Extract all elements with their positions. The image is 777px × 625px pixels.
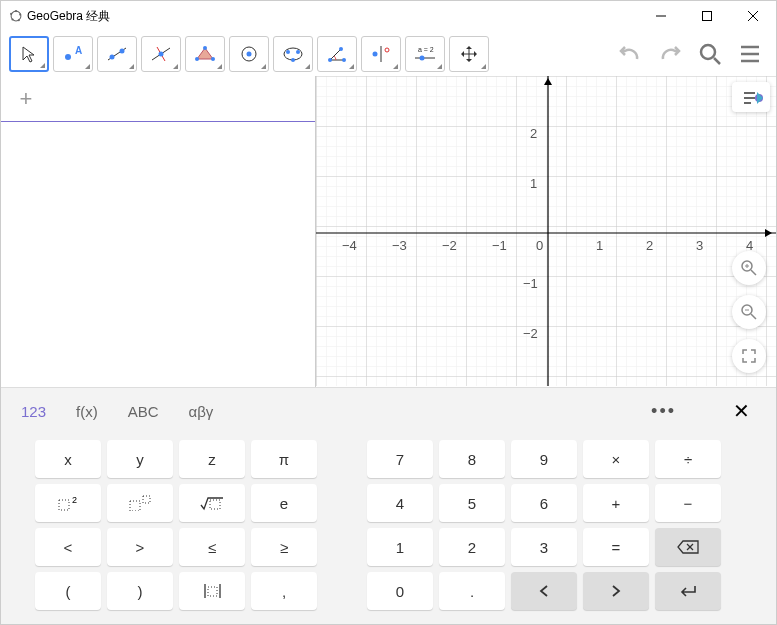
key-le[interactable]: ≤ — [179, 528, 245, 566]
undo-button[interactable] — [612, 36, 648, 72]
svg-point-19 — [211, 57, 215, 61]
key-ge[interactable]: ≥ — [251, 528, 317, 566]
svg-point-31 — [373, 51, 378, 56]
key-plus[interactable]: + — [583, 484, 649, 522]
svg-point-27 — [328, 58, 332, 62]
svg-point-1 — [15, 10, 17, 12]
key-e[interactable]: e — [251, 484, 317, 522]
key-x[interactable]: x — [35, 440, 101, 478]
svg-text:2: 2 — [72, 495, 77, 505]
plus-icon: + — [1, 86, 51, 112]
key-y[interactable]: y — [107, 440, 173, 478]
y-tick: 1 — [530, 176, 537, 191]
key-lt[interactable]: < — [35, 528, 101, 566]
key-3[interactable]: 3 — [511, 528, 577, 566]
x-tick: −4 — [342, 238, 357, 253]
svg-point-38 — [701, 45, 715, 59]
zoom-out-button[interactable] — [732, 295, 766, 329]
algebra-panel: + — [1, 76, 316, 387]
tool-ellipse[interactable] — [273, 36, 313, 72]
key-pow[interactable] — [107, 484, 173, 522]
grid-canvas[interactable] — [316, 76, 776, 386]
svg-point-3 — [18, 19, 20, 21]
maximize-button[interactable] — [684, 1, 730, 31]
zoom-in-button[interactable] — [732, 251, 766, 285]
svg-rect-44 — [316, 76, 776, 386]
key-9[interactable]: 9 — [511, 440, 577, 478]
key-right[interactable] — [583, 572, 649, 610]
key-7[interactable]: 7 — [367, 440, 433, 478]
key-times[interactable]: × — [583, 440, 649, 478]
tool-perpendicular[interactable] — [141, 36, 181, 72]
key-0[interactable]: 0 — [367, 572, 433, 610]
svg-point-26 — [291, 58, 295, 62]
svg-point-18 — [203, 46, 207, 50]
style-bar-button[interactable] — [732, 82, 770, 112]
key-2[interactable]: 2 — [439, 528, 505, 566]
virtual-keyboard: 123 f(x) ABC αβγ ••• ✕ x y z π 7 8 9 × ÷… — [1, 387, 776, 624]
svg-point-4 — [11, 18, 13, 20]
kb-close-button[interactable]: ✕ — [726, 399, 756, 423]
x-tick: −3 — [392, 238, 407, 253]
key-abs[interactable] — [179, 572, 245, 610]
kb-tab-greek[interactable]: αβγ — [189, 403, 214, 420]
svg-point-20 — [195, 57, 199, 61]
key-sq[interactable]: 2 — [35, 484, 101, 522]
close-button[interactable] — [730, 1, 776, 31]
kb-more-button[interactable]: ••• — [651, 401, 676, 422]
tool-circle[interactable] — [229, 36, 269, 72]
key-z[interactable]: z — [179, 440, 245, 478]
tool-point[interactable]: A — [53, 36, 93, 72]
svg-rect-60 — [130, 501, 140, 511]
svg-rect-58 — [59, 500, 69, 510]
key-rparen[interactable]: ) — [107, 572, 173, 610]
kb-tab-123[interactable]: 123 — [21, 403, 46, 420]
tool-angle[interactable] — [317, 36, 357, 72]
x-tick: 3 — [696, 238, 703, 253]
x-tick: −1 — [492, 238, 507, 253]
window-title: GeoGebra 经典 — [27, 8, 110, 25]
key-eq[interactable]: = — [583, 528, 649, 566]
key-comma[interactable]: , — [251, 572, 317, 610]
key-5[interactable]: 5 — [439, 484, 505, 522]
minimize-button[interactable] — [638, 1, 684, 31]
key-dot[interactable]: . — [439, 572, 505, 610]
titlebar: GeoGebra 经典 — [1, 1, 776, 31]
tool-reflect[interactable] — [361, 36, 401, 72]
svg-line-39 — [714, 58, 720, 64]
y-tick: −2 — [523, 326, 538, 341]
toolbar: A a = 2 — [1, 31, 776, 76]
key-div[interactable]: ÷ — [655, 440, 721, 478]
key-8[interactable]: 8 — [439, 440, 505, 478]
svg-point-5 — [10, 13, 12, 15]
key-lparen[interactable]: ( — [35, 572, 101, 610]
key-pi[interactable]: π — [251, 440, 317, 478]
redo-button[interactable] — [652, 36, 688, 72]
key-4[interactable]: 4 — [367, 484, 433, 522]
tool-polygon[interactable] — [185, 36, 225, 72]
graphics-panel[interactable]: −4 −3 −2 −1 0 1 2 3 4 2 1 −1 −2 — [316, 76, 776, 387]
tool-move[interactable] — [9, 36, 49, 72]
key-backspace[interactable] — [655, 528, 721, 566]
svg-point-28 — [342, 58, 346, 62]
tool-line[interactable] — [97, 36, 137, 72]
key-enter[interactable] — [655, 572, 721, 610]
key-gt[interactable]: > — [107, 528, 173, 566]
kb-tab-abc[interactable]: ABC — [128, 403, 159, 420]
kb-tab-fx[interactable]: f(x) — [76, 403, 98, 420]
menu-button[interactable] — [732, 36, 768, 72]
key-left[interactable] — [511, 572, 577, 610]
key-minus[interactable]: − — [655, 484, 721, 522]
key-6[interactable]: 6 — [511, 484, 577, 522]
key-1[interactable]: 1 — [367, 528, 433, 566]
tool-move-view[interactable] — [449, 36, 489, 72]
svg-point-22 — [247, 51, 252, 56]
search-button[interactable] — [692, 36, 728, 72]
algebra-input-row[interactable]: + — [1, 76, 315, 122]
svg-point-14 — [120, 48, 125, 53]
svg-point-2 — [19, 14, 21, 16]
fullscreen-button[interactable] — [732, 339, 766, 373]
key-sqrt[interactable] — [179, 484, 245, 522]
svg-point-24 — [286, 50, 290, 54]
tool-slider[interactable]: a = 2 — [405, 36, 445, 72]
